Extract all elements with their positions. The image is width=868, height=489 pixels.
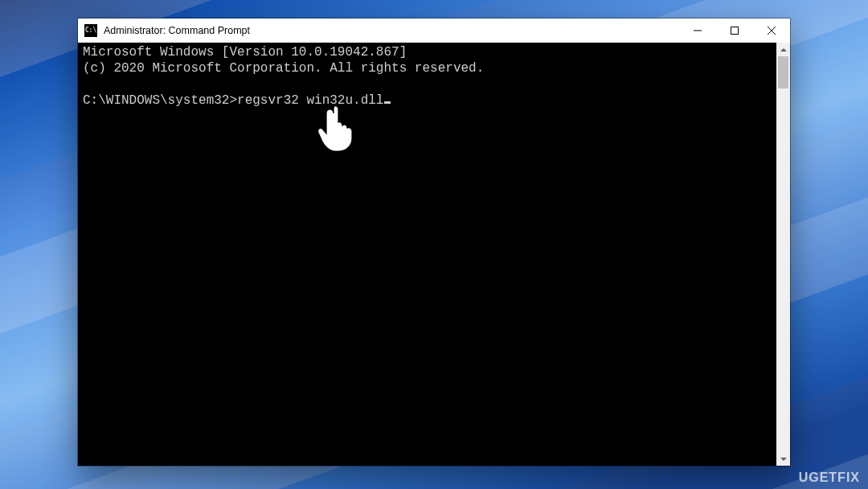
typed-command: regsvr32 win32u.dll <box>237 93 383 108</box>
maximize-icon <box>731 27 739 35</box>
scrollbar-thumb[interactable] <box>778 56 788 88</box>
close-button[interactable] <box>753 18 790 43</box>
app-icon: C:\ <box>84 24 97 37</box>
text-cursor <box>384 101 391 104</box>
chevron-up-icon <box>780 48 787 51</box>
terminal-output: Microsoft Windows [Version 10.0.19042.86… <box>83 44 774 109</box>
command-prompt-window: C:\ Administrator: Command Prompt Micros… <box>78 18 790 466</box>
minimize-icon <box>694 27 702 35</box>
scroll-down-button[interactable] <box>776 452 790 466</box>
prompt-text: C:\WINDOWS\system32> <box>83 93 237 108</box>
minimize-button[interactable] <box>679 18 716 43</box>
svg-rect-0 <box>731 27 739 35</box>
chevron-down-icon <box>780 458 787 461</box>
maximize-button[interactable] <box>716 18 753 43</box>
version-line: Microsoft Windows [Version 10.0.19042.86… <box>83 45 407 60</box>
vertical-scrollbar[interactable] <box>776 43 790 466</box>
title-bar[interactable]: C:\ Administrator: Command Prompt <box>78 18 790 43</box>
close-icon <box>768 27 776 35</box>
terminal-content-area[interactable]: Microsoft Windows [Version 10.0.19042.86… <box>78 43 790 466</box>
copyright-line: (c) 2020 Microsoft Corporation. All righ… <box>83 61 484 76</box>
watermark-text: UGETFIX <box>799 471 860 484</box>
window-title: Administrator: Command Prompt <box>104 25 250 36</box>
scroll-up-button[interactable] <box>776 43 790 56</box>
